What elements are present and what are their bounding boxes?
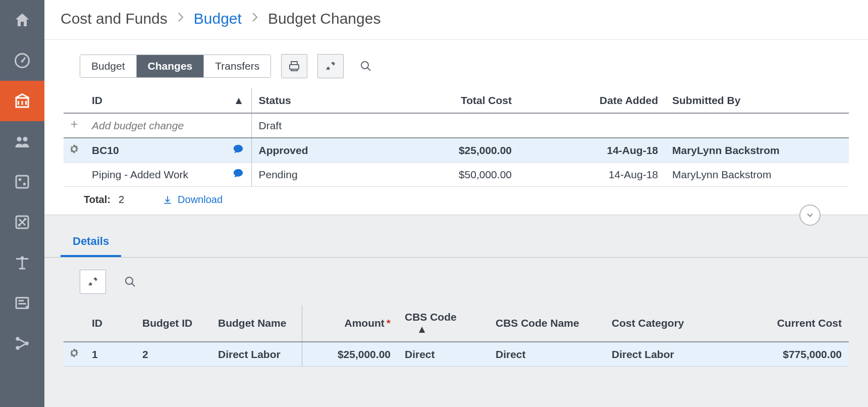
svg-point-15 (361, 62, 368, 69)
col-header-current-cost[interactable]: Current Cost (716, 305, 849, 342)
svg-point-11 (16, 337, 20, 341)
row-total-cost: $50,000.00 (383, 163, 519, 187)
svg-point-8 (18, 224, 21, 227)
row-submitted-by: MaryLynn Backstrom (665, 163, 849, 187)
sidebar-item-dashboard[interactable] (0, 40, 44, 81)
row-total-cost: $25,000.00 (383, 138, 519, 163)
svg-point-13 (25, 341, 29, 345)
sidebar-item-risk[interactable] (0, 162, 44, 202)
row-id: Piping - Added Work (92, 169, 188, 181)
tab-changes[interactable]: Changes (137, 55, 204, 77)
details-cbs-code-name: Direct (489, 342, 605, 367)
details-table-wrap: ID Budget ID Budget Name Amount* CBS Cod… (44, 305, 868, 397)
sidebar-item-schedule[interactable] (0, 242, 44, 283)
download-label: Download (178, 194, 223, 206)
svg-rect-14 (290, 65, 299, 69)
budget-changes-table-wrap: ID ▲ Status Total Cost Date Added Submit… (44, 88, 868, 187)
row-status: Pending (251, 163, 383, 187)
row-status: Approved (251, 138, 383, 163)
details-table-row[interactable]: 1 2 Direct Labor $25,000.00 Direct Direc… (64, 342, 849, 367)
total-label: Total: (84, 194, 111, 206)
amount-label: Amount (344, 317, 384, 329)
row-submitted-by: MaryLynn Backstrom (665, 138, 849, 163)
details-tabs: Details (44, 216, 868, 258)
row-date-added: 14-Aug-18 (519, 138, 665, 163)
table-row[interactable]: BC10 Approved $25,000.00 14-Aug-18 MaryL… (64, 138, 849, 163)
col-header-id[interactable]: ID ▲ (85, 88, 251, 113)
svg-point-9 (24, 218, 27, 221)
col-header-budget-id[interactable]: Budget ID (135, 305, 211, 342)
col-header-total-cost[interactable]: Total Cost (383, 88, 519, 113)
sidebar-item-resources[interactable] (0, 121, 44, 162)
details-section: Details (44, 215, 868, 407)
col-header-cost-category[interactable]: Cost Category (605, 305, 716, 342)
sidebar-item-cost-funds[interactable] (0, 81, 44, 121)
table-row[interactable]: Piping - Added Work Pending $50,000.00 1… (64, 163, 849, 187)
col-header-submitted-by[interactable]: Submitted By (665, 88, 849, 113)
svg-point-1 (21, 60, 24, 63)
comment-icon[interactable] (232, 168, 244, 181)
budget-changes-table: ID ▲ Status Total Cost Date Added Submit… (64, 88, 849, 187)
details-budget-name: Direct Labor (211, 342, 302, 367)
svg-point-6 (23, 183, 26, 185)
sidebar-item-workflow[interactable] (0, 323, 44, 364)
comment-icon[interactable] (232, 143, 244, 157)
col-header-cbs-code-name[interactable]: CBS Code Name (489, 305, 605, 342)
breadcrumb-sep-icon (251, 11, 259, 27)
breadcrumb-leaf: Budget Changes (268, 10, 381, 27)
sidebar-item-home[interactable] (0, 0, 44, 40)
total-count: 2 (119, 194, 124, 206)
sort-asc-icon: ▲ (411, 323, 427, 335)
cbs-code-label: CBS Code (405, 311, 457, 323)
print-button[interactable] (281, 54, 307, 78)
col-header-id-label: ID (92, 94, 102, 106)
sort-asc-icon: ▲ (234, 94, 244, 107)
add-row-plus-icon[interactable] (64, 113, 85, 138)
svg-point-5 (19, 178, 21, 181)
row-gear-icon[interactable] (64, 342, 85, 367)
page-toolbar: Budget Changes Transfers (44, 40, 868, 88)
sidebar-item-documents[interactable] (0, 283, 44, 323)
required-asterisk-icon: * (387, 317, 391, 329)
details-budget-id: 2 (135, 342, 211, 367)
details-settings-button[interactable] (80, 270, 106, 294)
details-table: ID Budget ID Budget Name Amount* CBS Cod… (64, 305, 849, 397)
sidebar-item-scope[interactable] (0, 202, 44, 242)
svg-rect-4 (16, 176, 28, 188)
table-footer: Total: 2 Download (44, 187, 868, 215)
col-header-date-added[interactable]: Date Added (519, 88, 665, 113)
tab-budget[interactable]: Budget (80, 55, 137, 77)
col-header-status[interactable]: Status (251, 88, 383, 113)
collapse-panel-button[interactable] (799, 205, 821, 226)
svg-point-3 (23, 137, 28, 141)
settings-button[interactable] (317, 54, 344, 78)
main-content: Cost and Funds Budget Budget Changes Bud… (44, 0, 868, 407)
breadcrumb-root[interactable]: Cost and Funds (61, 10, 168, 27)
details-amount: $25,000.00 (302, 342, 398, 367)
details-cbs-code: Direct (398, 342, 489, 367)
view-tabs: Budget Changes Transfers (80, 55, 271, 78)
svg-point-12 (16, 346, 20, 350)
col-header-id[interactable]: ID (85, 305, 135, 342)
download-link[interactable]: Download (162, 194, 223, 206)
row-date-added: 14-Aug-18 (519, 163, 665, 187)
details-search-icon[interactable] (124, 276, 136, 288)
breadcrumb: Cost and Funds Budget Budget Changes (44, 0, 868, 39)
search-icon[interactable] (360, 60, 372, 72)
col-header-budget-name[interactable]: Budget Name (211, 305, 302, 342)
add-row-status: Draft (251, 113, 383, 138)
table-add-row[interactable]: Add budget change Draft (64, 113, 849, 138)
details-id: 1 (85, 342, 135, 367)
tab-transfers[interactable]: Transfers (204, 55, 270, 77)
sidebar (0, 0, 44, 407)
details-cost-category: Direct Labor (605, 342, 716, 367)
add-row-placeholder[interactable]: Add budget change (85, 113, 251, 138)
col-header-amount[interactable]: Amount* (302, 305, 398, 342)
col-header-cbs-code[interactable]: CBS Code ▲ (398, 305, 489, 342)
details-table-row-empty (64, 367, 849, 397)
breadcrumb-budget-link[interactable]: Budget (194, 10, 242, 27)
details-current-cost: $775,000.00 (716, 342, 849, 367)
svg-point-16 (126, 277, 133, 284)
row-gear-icon[interactable] (64, 138, 85, 163)
tab-details[interactable]: Details (61, 230, 121, 257)
